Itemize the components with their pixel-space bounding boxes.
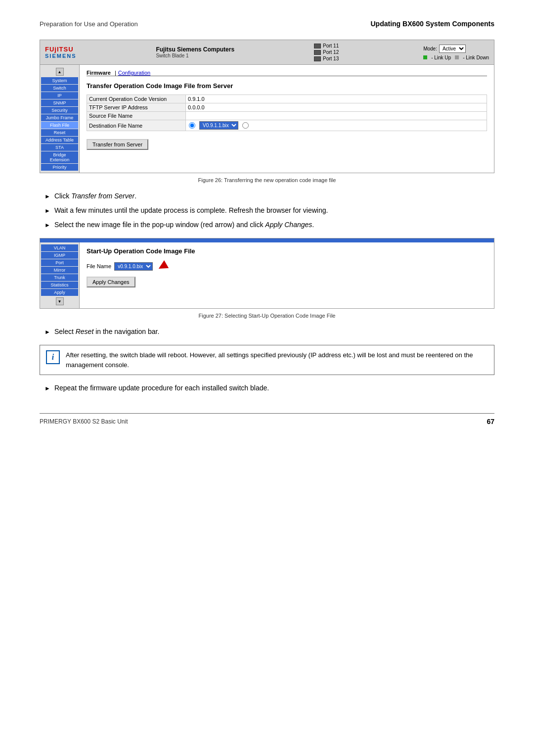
nav-bridge-extension[interactable]: Bridge Extension [41, 151, 78, 163]
nav2-statistics[interactable]: Statistics [41, 282, 78, 288]
form-row-source: Source File Name [87, 112, 487, 120]
link-up-label: - Link Up [431, 55, 451, 60]
link-down-label: - Link Down [463, 55, 489, 60]
tab-configuration[interactable]: Configuration [118, 70, 152, 76]
nav-reset[interactable]: Reset [41, 129, 78, 136]
bullet-text-5: Repeat the firmware update procedure for… [54, 383, 494, 393]
label-source: Source File Name [87, 112, 186, 120]
header-left: Preparation for Use and Operation [40, 20, 138, 28]
screenshot-frame-2: VLAN IGMP Port Mirror Trunk Statistics A… [40, 238, 494, 309]
bullet-arrow-3: ► [44, 221, 50, 230]
nav-switch[interactable]: Switch [41, 85, 78, 92]
nav-flash-file[interactable]: Flash File [41, 122, 78, 129]
nav-snmp[interactable]: SNMP [41, 99, 78, 106]
bullet-italic-3: Apply Changes [265, 221, 312, 229]
bullet-arrow-2: ► [44, 206, 50, 215]
input-source[interactable] [188, 113, 247, 119]
switch-header: FUjITSU SIEMENS Fujitsu Siemens Computer… [40, 40, 494, 65]
bullet-arrow-1: ► [44, 192, 50, 201]
switch-nav-2: VLAN IGMP Port Mirror Trunk Statistics A… [40, 242, 80, 308]
nav-scroll-up-btn[interactable]: ▲ [56, 68, 64, 76]
apply-btn-wrapper: Apply Changes [87, 277, 487, 287]
figure2-caption: Figure 27: Selecting Start-Up Operation … [40, 313, 494, 319]
mode-select[interactable]: Active [439, 45, 466, 53]
mode-label: Mode: [423, 46, 437, 51]
bullet-text-1: Click Transfer from Server. [54, 191, 494, 201]
nav-scroll-up: ▲ [41, 67, 78, 77]
bullet-list-3: ► Repeat the firmware update procedure f… [44, 383, 494, 393]
tab-firmware[interactable]: Firmware [87, 70, 113, 76]
link-down-dot [455, 55, 459, 59]
nav-jumbo-frame[interactable]: Jumbo Frame [41, 114, 78, 121]
value-tftp [186, 103, 487, 112]
switch-nav: ▲ System Switch IP SNMP Security Jumbo F… [40, 65, 80, 173]
radio-dest-b[interactable] [242, 122, 249, 129]
value-dest: V0.9.1.1.bix [186, 120, 487, 131]
port-label-12: Port 12 [323, 49, 339, 55]
bullet-text-2: Wait a few minutes until the update proc… [54, 205, 494, 216]
nav-ip[interactable]: IP [41, 92, 78, 99]
switch-subtitle: Switch Blade 1 [156, 53, 234, 58]
screenshot-frame-1: FUjITSU SIEMENS Fujitsu Siemens Computer… [40, 40, 494, 173]
nav-scroll-down-btn[interactable]: ▼ [56, 297, 64, 305]
page-footer: PRIMERGY BX600 S2 Basic Unit 67 [40, 413, 494, 425]
footer-right: 67 [487, 418, 494, 425]
radio-dest-a[interactable] [189, 122, 195, 129]
bullet-italic-4: Reset [76, 328, 94, 335]
bullet-4: ► Select Reset in the navigation bar. [44, 327, 494, 337]
nav-security[interactable]: Security [41, 107, 78, 114]
ports-block: Port 11 Port 12 Port 13 [314, 43, 339, 61]
fw-tabs: Firmware | Configuration [87, 70, 487, 76]
filename-label: File Name [87, 263, 111, 269]
nav2-igmp[interactable]: IGMP [41, 252, 78, 259]
info-box: i After resetting, the switch blade will… [40, 345, 494, 375]
nav-priority[interactable]: Priority [41, 164, 78, 171]
label-version: Current Operation Code Version [87, 95, 186, 103]
link-up-dot [423, 55, 427, 59]
label-tftp: TFTP Server IP Address [87, 103, 186, 112]
mode-block: Mode: Active - Link Up - Link Down [423, 45, 489, 60]
switch-body: ▲ System Switch IP SNMP Security Jumbo F… [40, 65, 494, 173]
file-select[interactable]: v0.9.1.0.bix [114, 262, 153, 271]
nav2-apply[interactable]: Apply [41, 289, 78, 296]
nav2-vlan[interactable]: VLAN [41, 244, 78, 251]
dest-row: V0.9.1.1.bix [188, 121, 485, 130]
nav-system[interactable]: System [41, 77, 78, 84]
port-row-11: Port 11 [314, 43, 339, 48]
nav-scroll-down: ▼ [41, 296, 78, 306]
bullet-text-4: Select Reset in the navigation bar. [54, 327, 494, 337]
mode-row: Mode: Active [423, 45, 489, 53]
port-row-13: Port 13 [314, 56, 339, 61]
bullet-1: ► Click Transfer from Server. [44, 191, 494, 201]
transfer-title: Transfer Operation Code Image File from … [87, 82, 487, 90]
port-label-13: Port 13 [323, 56, 339, 61]
form-row-tftp: TFTP Server IP Address [87, 103, 487, 112]
filename-row: File Name v0.9.1.0.bix ◀ [87, 260, 487, 273]
info-icon: i [46, 350, 60, 364]
nav2-port[interactable]: Port [41, 259, 78, 266]
label-dest: Destination File Name [87, 120, 186, 131]
red-arrow-icon: ◀ [155, 258, 169, 274]
switch-content: Firmware | Configuration Transfer Operat… [80, 65, 494, 173]
nav-sta[interactable]: STA [41, 144, 78, 151]
port-icon-11 [314, 44, 321, 48]
transfer-btn-wrapper: Transfer from Server [87, 135, 487, 150]
nav2-mirror[interactable]: Mirror [41, 267, 78, 274]
info-text: After resetting, the switch blade will r… [66, 350, 488, 370]
transfer-from-server-button[interactable]: Transfer from Server [87, 139, 148, 150]
apply-changes-button[interactable]: Apply Changes [87, 277, 135, 287]
nav2-trunk[interactable]: Trunk [41, 274, 78, 281]
input-tftp[interactable] [188, 104, 247, 110]
dest-select[interactable]: V0.9.1.1.bix [199, 121, 238, 130]
switch-title-block: Fujitsu Siemens Computers Switch Blade 1 [156, 46, 234, 58]
page-header: Preparation for Use and Operation Updati… [40, 20, 494, 28]
nav-address-table[interactable]: Address Table [41, 137, 78, 143]
bullet-italic-1: Transfer from Server [71, 192, 134, 200]
value-source [186, 112, 487, 120]
port-icon-12 [314, 50, 321, 55]
fujitsu-text: FUjITSU [45, 46, 74, 53]
input-version[interactable] [188, 96, 247, 102]
switch-content-2: Start-Up Operation Code Image File File … [80, 242, 494, 308]
value-version [186, 95, 487, 103]
switch-body-2: VLAN IGMP Port Mirror Trunk Statistics A… [40, 242, 494, 308]
